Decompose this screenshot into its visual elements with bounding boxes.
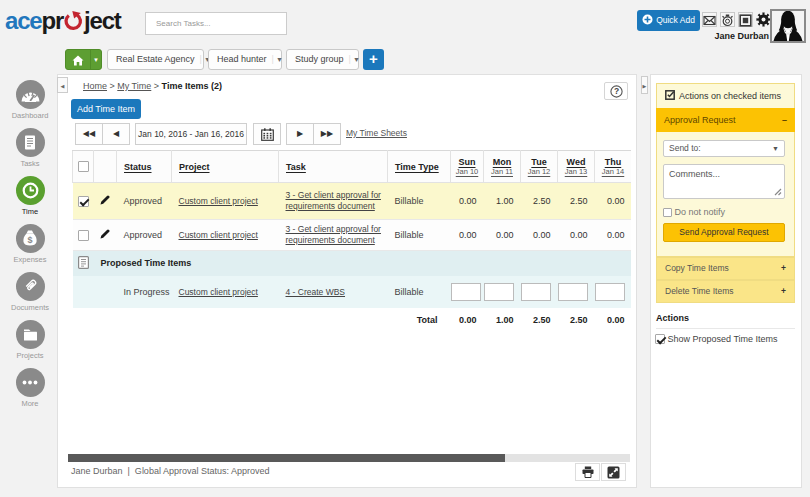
svg-text:$: $ (27, 235, 32, 245)
svg-text:?: ? (613, 86, 618, 96)
